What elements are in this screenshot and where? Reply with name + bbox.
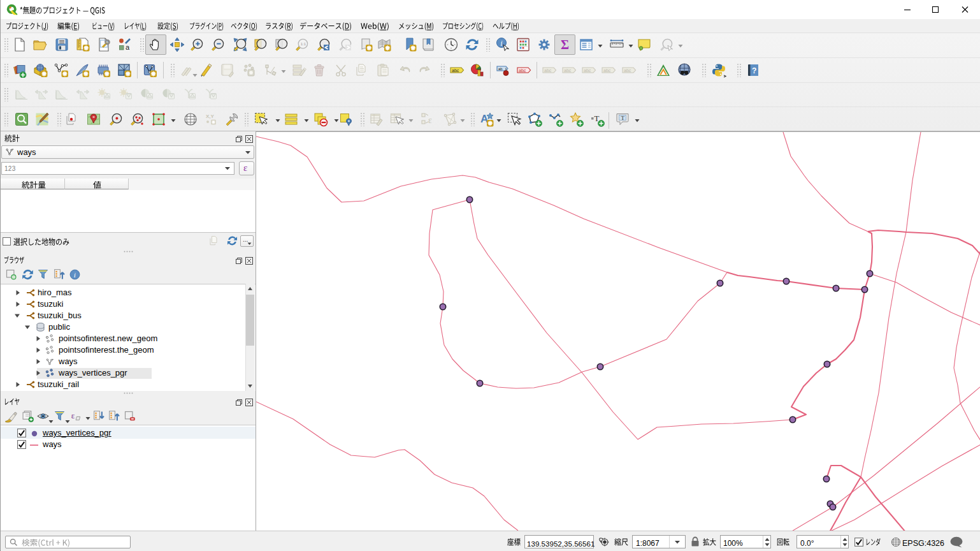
svg-text:abc: abc <box>624 68 631 73</box>
svg-text:abc: abc <box>519 68 526 73</box>
svg-text:abc: abc <box>603 68 611 73</box>
svg-text:i: i <box>74 271 76 279</box>
svg-text:ab: ab <box>498 67 503 71</box>
svg-text:1:1: 1:1 <box>301 42 306 46</box>
svg-text:abc: abc <box>584 68 591 73</box>
svg-text:ε: ε <box>428 115 432 125</box>
svg-text:?: ? <box>752 66 756 75</box>
svg-text:abc: abc <box>544 68 552 73</box>
svg-text:a: a <box>126 43 130 51</box>
svg-text:abc: abc <box>452 68 459 73</box>
svg-text:i: i <box>500 39 502 48</box>
svg-text:abc: abc <box>564 68 572 73</box>
svg-text:Σ: Σ <box>561 38 569 52</box>
svg-text:X,Y: X,Y <box>206 114 215 119</box>
svg-text:T: T <box>621 115 625 121</box>
svg-text:ε: ε <box>71 411 75 420</box>
